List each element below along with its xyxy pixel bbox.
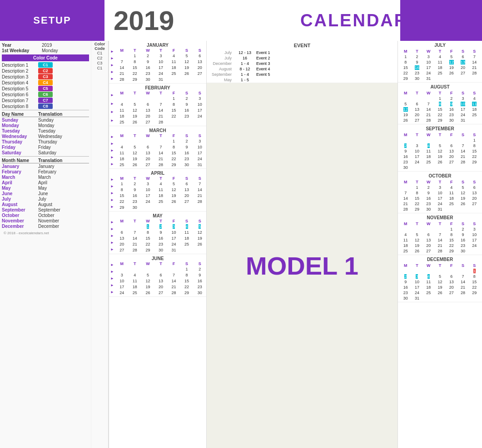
color-code-header: Color Code [2, 54, 89, 61]
jan-arrows: ► ► ► ► ► [109, 48, 115, 82]
day-friday: FridayFriday [2, 145, 89, 150]
cc-col-c1a: C1 [92, 51, 107, 55]
june-title: JUNE [109, 255, 206, 261]
may-body: ► ► ► ► ► MTWTFSS 12345 6789101112 13141… [109, 219, 206, 253]
april-title: APRIL [109, 170, 206, 176]
september-block: SEPTEMBER MTWTFSS 1 2345678 910111213141… [398, 124, 482, 172]
event-title: EVENT [207, 41, 398, 50]
may-title: MAY [109, 212, 206, 219]
header-right-purple [400, 0, 482, 41]
year-label: 2019 [114, 5, 174, 36]
mar-arrow-2: ► [110, 142, 114, 146]
march-title: MARCH [109, 127, 206, 133]
january-table: MTWTFSS 123456 78910111213 1415161718192… [115, 48, 206, 82]
color-code-sidebar: Color Code C1 C2 C3 C1 [91, 41, 108, 448]
november-title: NOVEMBER [400, 214, 480, 221]
header: SETUP 2019 CALENDAR [0, 0, 482, 41]
august-title: AUGUST [400, 84, 480, 90]
page-wrapper: SETUP 2019 CALENDAR Year 2019 1st Weekda… [0, 0, 482, 448]
january-title: JANUARY [109, 42, 206, 48]
event-row-5: September 1 - 4 Event 5 [207, 72, 398, 77]
may-table: MTWTFSS 12345 6789101112 13141516171819 … [115, 219, 206, 253]
mid-panel: JANUARY ► ► ► ► ► MTWTFSS 123456 7891011… [109, 41, 207, 448]
jan-arrow-1: ► [110, 49, 114, 54]
weekday-val: Monday [42, 48, 58, 53]
feb-arrow-3: ► [110, 110, 114, 114]
jan-arrow-2: ► [110, 56, 114, 60]
january-body: ► ► ► ► ► MTWTFSS 123456 78910111213 141… [109, 48, 206, 82]
month-nov: NovemberNovember [2, 218, 89, 223]
jan-arrow-5: ► [110, 77, 114, 81]
day-saturday: SaturdaySaturday [2, 150, 89, 155]
event-row-2: July 16 Event 2 [207, 55, 398, 61]
evt-dates-4: 8 - 12 [234, 67, 256, 71]
day-tuesday: TuesdayTuesday [2, 128, 89, 133]
cc-row-4: Description 4 C4 [2, 80, 89, 85]
left-panel: Year 2019 1st Weekday Monday Color Code … [0, 41, 109, 448]
evt-name-3: Event 3 [256, 61, 396, 66]
footer-text: © 2018 - excelcalendars.net [2, 231, 89, 236]
cc-desc-6: Description 6 [2, 92, 38, 97]
cc-chip-6: C6 [38, 92, 53, 97]
cc-row-6: Description 6 C6 [2, 92, 89, 97]
evt-name-4: Event 4 [256, 67, 396, 71]
may-arrow-1: ► [110, 220, 114, 224]
month-name-col: Month Name [2, 158, 38, 163]
april-body: ► ► ► ► ► MTWTFSS 1234567 891011121314 1… [109, 176, 206, 210]
cc-desc-2: Description 2 [2, 69, 38, 74]
apr-arrow-3: ► [110, 191, 114, 195]
day-name-header: Day Name Translation [2, 112, 89, 117]
mar-arrow-3: ► [110, 148, 114, 153]
event-section: EVENT July 12 - 13 Event 1 July 16 Event… [207, 41, 398, 83]
month-apr: AprilApril [2, 180, 89, 185]
cc-row-3: Description 3 C3 [2, 74, 89, 79]
month-sep: SeptemberSeptember [2, 207, 89, 212]
february-block: FEBRUARY ► ► ► ► MTWTFSS 123 45678910 11… [109, 84, 206, 126]
setup-label: SETUP [33, 15, 71, 26]
may-arrow-5: ► [110, 247, 114, 251]
model-label: MODEL 1 [246, 251, 358, 281]
february-body: ► ► ► ► MTWTFSS 123 45678910 11121314151… [109, 91, 206, 125]
day-name-col-label: Day Name [2, 112, 38, 117]
december-block: DECEMBER MTWTFSS 1 2345678 9101112131415… [398, 255, 482, 302]
october-block: OCTOBER MTWTFSS 123456 78910111213 14151… [398, 172, 482, 213]
feb-arrow-1: ► [110, 93, 114, 97]
cc-chip-4: C4 [38, 80, 53, 85]
evt-name-2: Event 2 [256, 56, 396, 60]
calendar-label: CALENDAR [300, 11, 408, 30]
cc-desc-3: Description 3 [2, 74, 38, 79]
february-title: FEBRUARY [109, 84, 206, 91]
jun-arrow-1: ► [110, 263, 114, 267]
day-thursday: ThursdayThursday [2, 139, 89, 144]
mar-arrow-5: ► [110, 162, 114, 166]
month-name-header: Month Name Translation [2, 158, 89, 163]
sidebar-main: Year 2019 1st Weekday Monday Color Code … [0, 41, 91, 448]
evt-dates-2: 16 [234, 56, 256, 60]
feb-arrow-2: ► [110, 102, 114, 106]
event-panel: EVENT July 12 - 13 Event 1 July 16 Event… [207, 41, 398, 448]
mar-arrows: ► ► ► ► ► [109, 133, 115, 167]
evt-month-5: September [209, 72, 234, 77]
cc-col-c1b: C1 [92, 66, 107, 70]
year-key: Year [2, 43, 42, 48]
may-arrows: ► ► ► ► ► [109, 219, 115, 253]
april-block: APRIL ► ► ► ► ► MTWTFSS 1234567 89101112… [109, 169, 206, 212]
september-title: SEPTEMBER [400, 125, 480, 132]
january-block: JANUARY ► ► ► ► ► MTWTFSS 123456 7891011… [109, 41, 206, 84]
july-title: JULY [400, 42, 480, 49]
cc-col-c3: C3 [92, 61, 107, 65]
april-table: MTWTFSS 1234567 891011121314 15161718192… [115, 176, 206, 210]
jun-arrow-2: ► [110, 270, 114, 274]
november-block: NOVEMBER MTWTFSS 123 45678910 1112131415… [398, 213, 482, 255]
month-trans-col: Translation [38, 158, 62, 163]
jun-arrows: ► ► ► ► ► [109, 261, 115, 295]
evt-name-1: Event 1 [256, 50, 396, 55]
feb-arrows: ► ► ► ► [109, 91, 115, 125]
cc-col-code: Code [92, 46, 107, 51]
event-row-1: July 12 - 13 Event 1 [207, 50, 398, 55]
feb-arrow-4: ► [110, 118, 114, 123]
apr-arrow-2: ► [110, 184, 114, 188]
cc-desc-4: Description 4 [2, 80, 38, 85]
jan-arrow-3: ► [110, 63, 114, 67]
event-row-6: May 1 - 5 [207, 77, 398, 83]
